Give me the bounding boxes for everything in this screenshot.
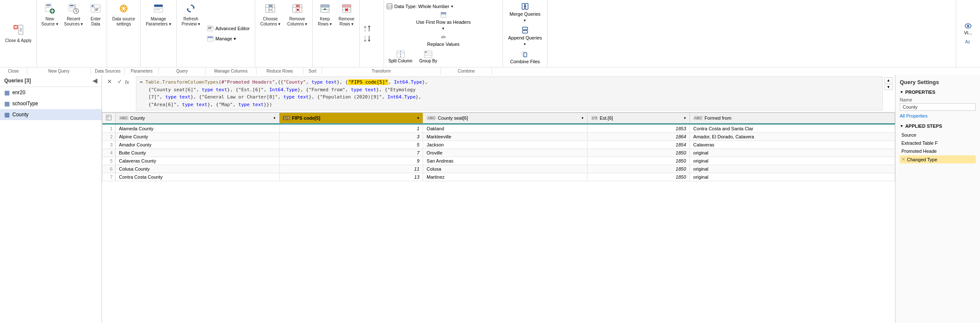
use-first-row-button[interactable]: Use First Row as Headers ▾ [387, 11, 500, 32]
close-apply-label: Close & Apply [5, 38, 31, 43]
row-4-fips: 7 [280, 149, 423, 157]
name-input[interactable] [900, 103, 976, 111]
county-seat-col-dropdown[interactable]: ▾ [582, 116, 584, 120]
ribbon-group-parameters: ManageParameters ▾ [141, 0, 176, 67]
svg-text:A: A [364, 39, 367, 42]
query-group-label: Query [159, 67, 206, 75]
query-grid-icon2: ▦ [4, 100, 10, 107]
row-5-county-seat: San Andreas [423, 157, 587, 165]
all-properties-link[interactable]: All Properties [900, 113, 976, 118]
sort-group-label: Sort [303, 67, 322, 75]
row-5-fips: 9 [280, 157, 423, 165]
keep-rows-button[interactable]: KeepRows ▾ [315, 2, 334, 65]
table-row: 2 Alpine County 3 Markleeville 1864 Amad… [102, 133, 895, 141]
formed-from-col-label: Formed from [705, 115, 731, 121]
refresh-preview-button[interactable]: RefreshPreview ▾ [179, 2, 203, 65]
svg-rect-10 [46, 7, 50, 8]
ribbon-group-close: Close & Apply [0, 0, 37, 67]
append-queries-button[interactable]: Append Queries ▾ [506, 25, 545, 48]
table-row: 1 Alameda County 1 Oakland 1853 Contra C… [102, 125, 895, 133]
visibility-icon [965, 23, 972, 28]
manage-button[interactable]: Manage ▾ [204, 34, 252, 43]
query-item-enr20[interactable]: ▦ enr20 [0, 87, 102, 98]
query-grid-icon3: ▦ [4, 111, 10, 118]
row-6-county-seat: Colusa [423, 165, 587, 173]
query-item-schooltype[interactable]: ▦ schoolType [0, 98, 102, 109]
combine-files-button[interactable]: Combine Files [506, 49, 545, 65]
row-3-fips: 5 [280, 141, 423, 149]
row-3-est: 1854 [587, 141, 689, 149]
manage-parameters-icon [153, 3, 164, 16]
replace-values-button[interactable]: ab → Replace Values [387, 33, 500, 48]
collapse-queries-button[interactable]: ◀ [93, 77, 97, 84]
group-by-button[interactable]: Group By [418, 49, 439, 64]
new-source-button[interactable]: NewSource ▾ [39, 2, 60, 65]
fips-col-header: 1²3 FIPS code[5] ▾ [280, 113, 423, 124]
table-row: 3 Amador County 5 Jackson 1854 Calaveras [102, 141, 895, 149]
est-col-dropdown[interactable]: ▾ [684, 116, 686, 120]
svg-rect-96 [522, 27, 528, 30]
row-2-formed-from: Amador, El Dorado, Calavera [690, 133, 895, 141]
replace-values-icon: ab → [441, 34, 446, 40]
split-column-button[interactable]: Split Column [387, 49, 414, 64]
query-grid-icon: ▦ [4, 89, 10, 96]
svg-point-101 [967, 25, 969, 27]
close-apply-button[interactable]: Close & Apply [3, 22, 34, 45]
formula-input[interactable]: = Table.TransformColumnTypes(#"Promoted … [136, 76, 883, 110]
formula-cancel-button[interactable]: ✕ [105, 77, 114, 86]
remove-columns-button[interactable]: RemoveColumns ▾ [285, 2, 310, 65]
advanced-editor-button[interactable]: Advanced Editor [204, 24, 252, 33]
reduce-rows-group-label: Reduce Rows [257, 67, 303, 75]
step-changed-type[interactable]: ✕ Changed Type [900, 155, 976, 163]
formula-scroll-down[interactable]: ▼ [884, 84, 892, 90]
formula-scroll-up[interactable]: ▲ [884, 77, 892, 83]
choose-columns-button[interactable]: ChooseColumns ▾ [258, 2, 283, 65]
step-promoted-headers[interactable]: Promoted Heade [900, 147, 976, 155]
formula-confirm-button[interactable]: ✓ [116, 77, 124, 86]
row-6-county: Colusa County [116, 165, 280, 173]
data-source-settings-button[interactable]: Data sourcesettings [110, 2, 138, 65]
step-source[interactable]: Source [900, 131, 976, 139]
sort-asc-button[interactable]: A Z [362, 24, 381, 33]
svg-rect-97 [522, 31, 528, 33]
sort-desc-button[interactable]: Z A [362, 34, 381, 43]
name-label: Name [900, 97, 976, 102]
query-item-county[interactable]: ▦ County [0, 109, 102, 120]
data-type-dropdown[interactable]: ▾ [451, 4, 453, 8]
query-item-enr20-label: enr20 [12, 90, 25, 95]
fips-col-dropdown[interactable]: ▾ [417, 116, 419, 120]
step-extracted-table[interactable]: Extracted Table F [900, 139, 976, 147]
close-group-label: Close [0, 67, 27, 75]
county-col-dropdown[interactable]: ▾ [274, 116, 276, 120]
row-6-fips: 11 [280, 165, 423, 173]
step-source-label: Source [901, 132, 916, 138]
svg-rect-41 [155, 9, 160, 10]
manage-parameters-button[interactable]: ManageParameters ▾ [143, 2, 173, 65]
step-delete-button[interactable]: ✕ [901, 157, 905, 162]
formed-from-col-header: ABC Formed from [690, 113, 895, 124]
properties-collapse-icon: ▼ [900, 90, 904, 94]
group-by-label: Group By [419, 59, 437, 63]
manage-parameters-label: ManageParameters ▾ [146, 17, 171, 27]
row-1-est: 1853 [587, 125, 689, 133]
row-num-2: 2 [102, 133, 116, 141]
svg-rect-99 [524, 53, 527, 57]
data-source-settings-icon [118, 3, 129, 16]
data-type-label: Data Type: Whole Number [394, 4, 449, 9]
merge-queries-button[interactable]: Merge Queries ▾ [506, 2, 545, 24]
remove-rows-button[interactable]: RemoveRows ▾ [336, 2, 357, 65]
ribbon-row: Close & Apply NewSource ▾ [0, 0, 980, 67]
ribbon-group-new-query: NewSource ▾ RecentSources ▾ [37, 0, 107, 67]
recent-sources-button[interactable]: RecentSources ▾ [62, 2, 85, 65]
row-7-formed-from: original [690, 173, 895, 181]
row-num-1: 1 [102, 125, 116, 133]
row-4-county-seat: Oroville [423, 149, 587, 157]
remove-rows-label: RemoveRows ▾ [339, 17, 354, 27]
svg-rect-18 [70, 8, 73, 8]
enter-data-button[interactable]: EnterData [86, 2, 105, 65]
visibility-button[interactable]: Vi... [959, 22, 977, 37]
ribbon-group-reduce-rows: KeepRows ▾ RemoveRows ▾ [313, 0, 360, 67]
advanced-editor-icon [207, 25, 214, 32]
transform-group-label: Transform [322, 67, 441, 75]
az-button[interactable]: Az [959, 38, 977, 45]
